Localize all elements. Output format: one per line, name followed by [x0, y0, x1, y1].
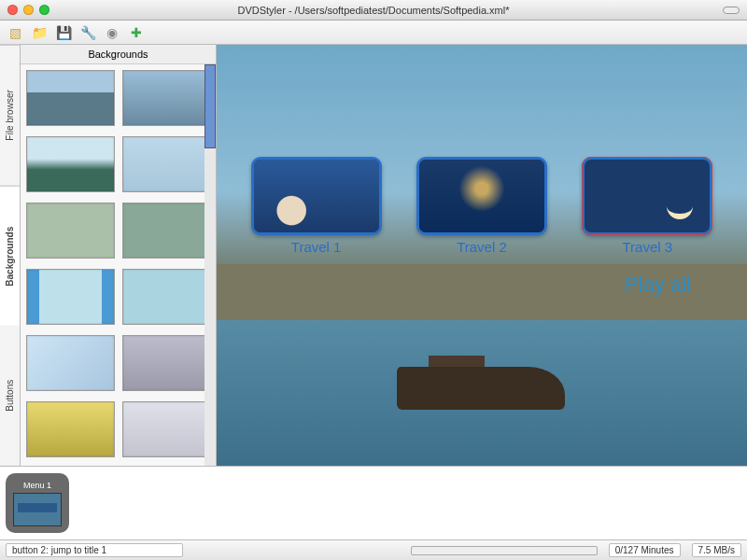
background-thumb-0[interactable] [26, 70, 115, 126]
tab-buttons[interactable]: Buttons [0, 326, 20, 466]
tab-file-browser[interactable]: File browser [0, 45, 20, 186]
menu-preview-canvas[interactable]: Travel 1Travel 2Travel 3 Play all [217, 45, 747, 466]
menu-button-thumb[interactable] [582, 157, 712, 235]
timeline-chip-thumb [13, 493, 62, 526]
background-thumb-8[interactable] [26, 335, 115, 391]
background-thumb-1[interactable] [122, 70, 211, 126]
new-file-icon[interactable]: ▧ [6, 23, 24, 42]
backgrounds-grid [21, 64, 216, 466]
backgrounds-header: Backgrounds [21, 45, 216, 64]
toolbar: ▧ 📁 💾 🔧 ◉ ✚ [0, 21, 747, 45]
menu-button-row: Travel 1Travel 2Travel 3 [217, 157, 747, 255]
open-folder-icon[interactable]: 📁 [30, 23, 49, 42]
background-thumb-5[interactable] [122, 203, 211, 259]
background-thumb-7[interactable] [122, 269, 211, 325]
capacity-text: 0/127 Minutes [609, 543, 681, 557]
background-thumb-11[interactable] [122, 401, 211, 457]
bitrate-text: 7.5 MB/s [692, 543, 741, 557]
toolbar-toggle-icon[interactable] [723, 7, 740, 14]
menu-button-label: Travel 3 [622, 239, 672, 255]
burn-disc-icon[interactable]: ◉ [103, 23, 121, 42]
status-bar: button 2: jump to title 1 0/127 Minutes … [0, 539, 747, 560]
side-tabs: File browser Backgrounds Buttons [0, 45, 21, 466]
menu-button-2[interactable]: Travel 2 [416, 157, 547, 255]
timeline-menu-chip[interactable]: Menu 1 [6, 473, 69, 533]
tab-backgrounds[interactable]: Backgrounds [0, 186, 20, 327]
window-title: DVDStyler - /Users/softpediatest/Documen… [0, 5, 747, 16]
add-icon[interactable]: ✚ [127, 23, 146, 42]
background-thumb-10[interactable] [26, 401, 115, 457]
save-icon[interactable]: 💾 [54, 23, 73, 42]
timeline-strip[interactable]: Menu 1 [0, 467, 747, 539]
menu-button-3[interactable]: Travel 3 [582, 157, 712, 255]
status-message: button 2: jump to title 1 [6, 543, 183, 557]
menu-button-thumb[interactable] [416, 157, 547, 235]
play-all-button[interactable]: Play all [625, 273, 691, 297]
settings-icon[interactable]: 🔧 [78, 23, 97, 42]
background-thumb-4[interactable] [26, 203, 115, 259]
timeline-chip-label: Menu 1 [23, 481, 51, 490]
scrollbar-thumb[interactable] [204, 64, 216, 148]
background-thumb-9[interactable] [122, 335, 211, 391]
titlebar: DVDStyler - /Users/softpediatest/Documen… [0, 0, 747, 21]
menu-button-label: Travel 2 [457, 239, 507, 255]
menu-button-label: Travel 1 [291, 239, 342, 255]
background-thumb-3[interactable] [122, 136, 211, 192]
backgrounds-panel: Backgrounds [21, 45, 217, 466]
menu-button-thumb[interactable] [251, 157, 382, 235]
capacity-progress-bar [411, 546, 598, 555]
background-thumb-6[interactable] [26, 269, 115, 325]
background-thumb-2[interactable] [26, 136, 115, 192]
bg-ship [397, 367, 565, 410]
menu-button-1[interactable]: Travel 1 [251, 157, 382, 255]
